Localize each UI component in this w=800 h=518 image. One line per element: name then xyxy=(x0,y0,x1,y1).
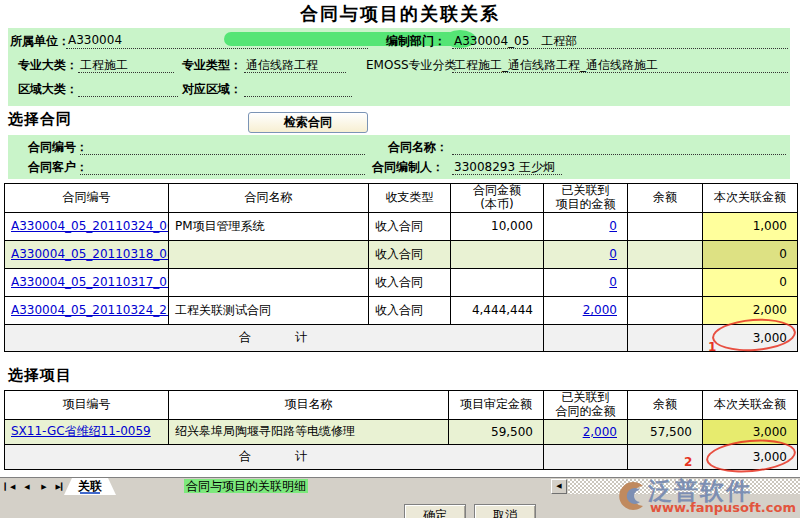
contract-code-link[interactable]: A330004_05_20110324_06 xyxy=(11,219,169,233)
vendor-logo: 泛普软件 www.fanpusoft.com xyxy=(612,477,798,517)
project-table-header-row: 项目编号 项目名称 项目审定金额 已关联到 合同的金额 余额 本次关联金额 xyxy=(5,391,798,420)
tab-association[interactable]: 关联 xyxy=(64,478,116,495)
dept-label: 编制部门： xyxy=(386,34,446,48)
col-contract-code: 合同编号 xyxy=(5,184,169,213)
income-type-cell: 收入合同 xyxy=(369,268,451,296)
contract-table: 合同编号 合同名称 收支类型 合同金额 (本币) 已关联到 项目的金额 余额 本… xyxy=(4,183,798,352)
emoss-class-label: EMOSS专业分类 xyxy=(366,58,457,72)
owner-unit-label: 所属单位： xyxy=(10,34,70,48)
region-class-label: 区域大类： xyxy=(18,82,78,96)
contract-code-link[interactable]: A330004_05_20110317_07 xyxy=(11,275,169,289)
region-class-value xyxy=(78,81,178,97)
region-label: 对应区域： xyxy=(182,82,242,96)
income-type-cell: 收入合同 xyxy=(369,212,451,240)
contract-row: A330004_05_20110318_08 收入合同 0 0 xyxy=(5,240,798,268)
contract-row: A330004_05_20110317_07 收入合同 0 0 xyxy=(5,268,798,296)
select-contract-heading: 选择合同 xyxy=(8,110,72,129)
linked-amount-link[interactable]: 0 xyxy=(609,219,617,233)
active-tab-underline xyxy=(80,492,100,494)
tab-scroll-next-icon[interactable]: ▶ xyxy=(37,481,51,493)
linked-amount-link[interactable]: 0 xyxy=(609,247,617,261)
contract-total-row: 合 计 3,000 xyxy=(5,324,798,351)
contract-amount-cell: 4,444,444 xyxy=(451,296,544,324)
contract-code-link[interactable]: A330004_05_20110318_08 xyxy=(11,247,169,261)
region-value xyxy=(244,81,352,97)
page-title: 合同与项目的关联关系 xyxy=(0,2,800,26)
contract-total-balance-cell xyxy=(628,324,703,351)
income-type-cell: 收入合同 xyxy=(369,296,451,324)
contract-name-cell: 工程关联测试合同 xyxy=(169,296,369,324)
contract-author-label: 合同编制人： xyxy=(372,160,444,174)
red-number-annotation: 2 xyxy=(684,455,692,469)
major-type-value: 通信线路工程 xyxy=(244,57,346,73)
col-income-type: 收支类型 xyxy=(369,184,451,213)
contract-code-link[interactable]: A330004_05_20110324_27 xyxy=(11,303,169,317)
ok-button[interactable]: 确定 xyxy=(404,504,466,518)
major-class-label: 专业大类： xyxy=(18,58,78,72)
current-link-amount-input[interactable]: 0 xyxy=(703,240,798,268)
income-type-cell: 收入合同 xyxy=(369,240,451,268)
project-approved-amount-cell: 59,500 xyxy=(449,419,544,444)
col-contract-amount: 合同金额 (本币) xyxy=(451,184,544,213)
col-balance: 余额 xyxy=(628,184,703,213)
balance-cell xyxy=(628,240,703,268)
col-linked-to-project: 已关联到 项目的金额 xyxy=(544,184,628,213)
major-type-label: 专业类型： xyxy=(182,58,242,72)
contract-row: A330004_05_20110324_06 PM项目管理系统 收入合同 10,… xyxy=(5,212,798,240)
balance-cell xyxy=(628,268,703,296)
project-total-row: 合 计 3,000 xyxy=(5,444,798,469)
contract-name-label: 合同名称： xyxy=(388,140,448,154)
contract-total-label: 合 计 xyxy=(5,324,544,351)
contract-project-association-page: 合同与项目的关联关系 所属单位： A330004 编制部门： A330004_0… xyxy=(0,0,800,518)
contract-amount-cell xyxy=(451,240,544,268)
balance-cell: 57,500 xyxy=(628,419,703,444)
col-current-link-amount: 本次关联金额 xyxy=(703,391,798,420)
project-total-linked-cell xyxy=(544,444,628,469)
contract-name-cell: PM项目管理系统 xyxy=(169,212,369,240)
info-panel: 所属单位： A330004 编制部门： A330004_05 工程部 专业大类：… xyxy=(8,28,790,106)
current-link-amount-input[interactable]: 1,000 xyxy=(703,212,798,240)
project-table: 项目编号 项目名称 项目审定金额 已关联到 合同的金额 余额 本次关联金额 SX… xyxy=(4,390,798,470)
balance-cell xyxy=(628,296,703,324)
major-class-value: 工程施工 xyxy=(78,57,174,73)
emoss-class-value: 工程施工_通信线路工程_通信线路施工 xyxy=(452,57,788,73)
dept-value: A330004_05 工程部 xyxy=(452,33,788,49)
scrollbar-left-icon[interactable]: ◀ xyxy=(551,479,567,494)
cancel-button[interactable]: 取消 xyxy=(474,504,536,518)
tab-association-label: 关联 xyxy=(78,479,102,493)
balance-cell xyxy=(628,212,703,240)
contract-name-cell xyxy=(169,240,369,268)
red-number-annotation: 1 xyxy=(708,340,716,354)
contract-name-cell xyxy=(169,268,369,296)
tab-scroll-prev-icon[interactable]: ◀ xyxy=(20,481,34,493)
logo-crescent-icon xyxy=(614,479,646,511)
contract-table-header-row: 合同编号 合同名称 收支类型 合同金额 (本币) 已关联到 项目的金额 余额 本… xyxy=(5,184,798,213)
contract-total-linked-cell xyxy=(544,324,628,351)
col-project-approved-amount: 项目审定金额 xyxy=(449,391,544,420)
contract-amount-cell xyxy=(451,268,544,296)
contract-row: A330004_05_20110324_27 工程关联测试合同 收入合同 4,4… xyxy=(5,296,798,324)
contract-customer-input[interactable] xyxy=(80,159,365,175)
contract-customer-label: 合同客户： xyxy=(28,160,88,174)
search-contract-button[interactable]: 检索合同 xyxy=(248,112,368,133)
linked-amount-link[interactable]: 2,000 xyxy=(583,303,617,317)
project-total-label: 合 计 xyxy=(5,444,544,469)
col-project-name: 项目名称 xyxy=(169,391,449,420)
contract-name-input[interactable] xyxy=(452,139,786,155)
linked-amount-link[interactable]: 2,000 xyxy=(583,425,617,439)
tab-scroll-first-icon[interactable]: ▎◀ xyxy=(3,481,17,493)
project-code-link[interactable]: SX11-GC省维绍11-0059 xyxy=(11,424,151,438)
logo-url: www.fanpusoft.com xyxy=(650,500,796,515)
contract-code-input[interactable] xyxy=(80,139,365,155)
col-balance: 余额 xyxy=(628,391,703,420)
current-link-amount-input[interactable]: 0 xyxy=(703,268,798,296)
tab-association-detail[interactable]: 合同与项目的关联明细 xyxy=(170,478,322,495)
col-current-link-amount: 本次关联金额 xyxy=(703,184,798,213)
col-linked-to-contract: 已关联到 合同的金额 xyxy=(544,391,628,420)
contract-amount-cell: 10,000 xyxy=(451,212,544,240)
col-project-code: 项目编号 xyxy=(5,391,169,420)
project-row: SX11-GC省维绍11-0059 绍兴皋埠局陶堰寻阳路等电缆修理 59,500… xyxy=(5,419,798,444)
col-contract-name: 合同名称 xyxy=(169,184,369,213)
linked-amount-link[interactable]: 0 xyxy=(609,275,617,289)
contract-filter-panel: 合同编号： 合同名称： 合同客户： 合同编制人： 33008293 王少炯 xyxy=(8,135,790,179)
